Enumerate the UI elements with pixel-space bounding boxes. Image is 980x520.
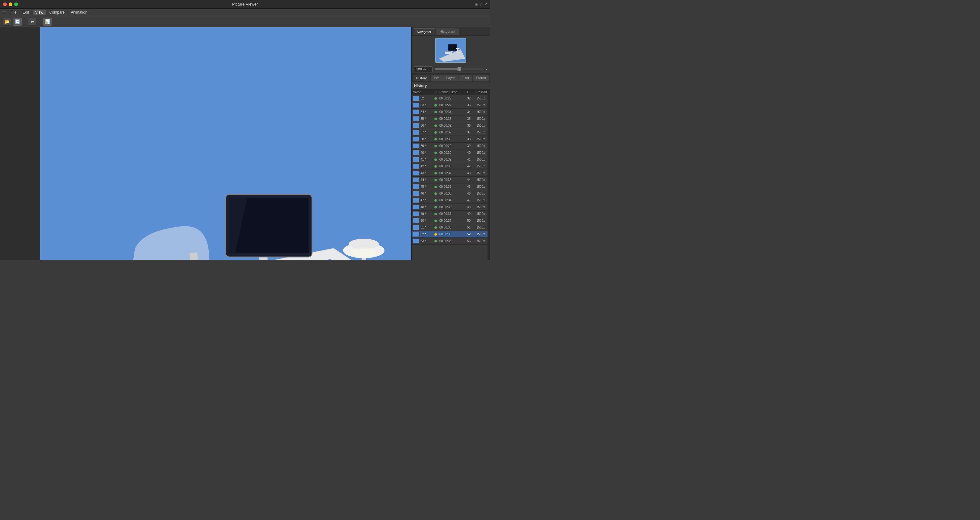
navigator-tab[interactable]: Navigator — [413, 29, 435, 35]
menu-edit[interactable]: Edit — [20, 10, 32, 15]
status-dot — [434, 186, 437, 188]
history-row[interactable]: 45 *00:00:33451500x — [412, 183, 488, 190]
thumbnail-image — [413, 103, 420, 108]
row-status — [434, 152, 439, 154]
row-thumbnail: 38 * — [413, 137, 434, 142]
info-button[interactable]: 📊 — [43, 17, 52, 25]
svg-rect-54 — [449, 45, 457, 50]
history-row[interactable]: 3200:00:29321500x — [412, 95, 488, 102]
open-button[interactable]: 📂 — [2, 17, 11, 25]
history-row[interactable]: 43 *00:00:37431500x — [412, 170, 488, 177]
render-time: 00:00:33 — [439, 205, 467, 209]
stereo-tab[interactable]: Stereo — [473, 75, 489, 81]
thumbnail-image — [413, 232, 420, 237]
window-controls[interactable] — [3, 2, 18, 6]
app-menu-icon[interactable]: ☰ — [2, 10, 7, 15]
resolution: 1500x — [476, 212, 486, 216]
info-tab[interactable]: Info — [431, 75, 442, 81]
status-dot — [434, 131, 437, 134]
render-time: 00:00:37 — [439, 172, 467, 175]
menu-view[interactable]: View — [33, 10, 46, 15]
row-status — [434, 219, 439, 222]
history-row[interactable]: 41 *00:00:32411500x — [412, 156, 488, 163]
thumbnail-image — [413, 239, 420, 243]
frame-number: 33 — [467, 103, 476, 107]
scrollbar[interactable] — [488, 89, 490, 260]
menu-animation[interactable]: Animation — [68, 10, 89, 15]
row-id: 42 * — [420, 165, 426, 168]
status-dot — [434, 118, 437, 120]
history-tab[interactable]: History — [413, 75, 430, 81]
row-id: 50 * — [420, 219, 426, 222]
menu-compare[interactable]: Compare — [47, 10, 67, 15]
history-row[interactable]: 42 *00:00:35421500x — [412, 163, 488, 170]
history-table-header: Name R Render Time F Resolut — [412, 89, 488, 95]
share-icon[interactable]: ↗ — [484, 2, 488, 6]
row-status — [434, 233, 439, 235]
history-row[interactable]: 53 *00:00:35531500x — [412, 238, 488, 245]
col-name: Name — [413, 91, 434, 94]
history-row[interactable]: 51 *00:00:35511500x — [412, 224, 488, 231]
history-row[interactable]: 50 *00:00:37501500x — [412, 217, 488, 224]
row-id: 45 * — [420, 185, 426, 188]
status-dot — [434, 219, 437, 222]
render-time: 00:00:32 — [439, 124, 467, 127]
resize-icon[interactable]: ⤢ — [479, 2, 483, 6]
resolution: 1500x — [476, 172, 486, 175]
row-id: 44 * — [420, 178, 426, 181]
history-row[interactable]: 33 *00:00:27331500x — [412, 102, 488, 109]
reload-button[interactable]: 🔄 — [13, 17, 22, 25]
status-dot — [434, 145, 437, 147]
row-id: 49 * — [420, 212, 426, 216]
panel-toggle-icon[interactable]: ▣ — [474, 2, 478, 6]
history-row[interactable]: 52 *00:00:36521500x — [412, 231, 488, 238]
frame-number: 47 — [467, 199, 476, 202]
histogram-tab[interactable]: Histogram — [436, 29, 459, 35]
close-button[interactable] — [3, 2, 7, 6]
frame-number: 48 — [467, 205, 476, 209]
row-id: 40 * — [420, 151, 426, 154]
history-row[interactable]: 49 *00:00:37491500x — [412, 211, 488, 217]
zoom-slider[interactable] — [435, 68, 484, 70]
layer-tab[interactable]: Layer — [443, 75, 458, 81]
row-id: 47 * — [420, 199, 426, 202]
maximize-button[interactable] — [14, 2, 18, 6]
history-row[interactable]: 47 *00:00:34471500x — [412, 197, 488, 204]
zoom-value[interactable]: 100 % — [414, 67, 433, 72]
thumbnail-image — [413, 143, 420, 148]
row-thumbnail: 32 — [413, 96, 434, 101]
right-panel: Navigator Histogram 100 % — [411, 27, 490, 260]
resolution: 1500x — [476, 110, 486, 114]
row-thumbnail: 37 * — [413, 130, 434, 135]
thumbnail-image — [413, 150, 420, 155]
frame-number: 42 — [467, 165, 476, 168]
history-row[interactable]: 46 *00:00:33461500x — [412, 190, 488, 197]
history-row[interactable]: 39 *00:00:29391500x — [412, 143, 488, 149]
frame-number: 44 — [467, 178, 476, 181]
row-status — [434, 145, 439, 147]
history-row[interactable]: 35 *00:00:35351500x — [412, 116, 488, 122]
history-row[interactable]: 37 *00:00:32371500x — [412, 129, 488, 136]
menu-file[interactable]: File — [8, 10, 19, 15]
render-canvas[interactable] — [40, 27, 411, 260]
row-thumbnail: 36 * — [413, 123, 434, 128]
viewport[interactable] — [40, 27, 411, 260]
history-row[interactable]: 38 *00:00:30381500x — [412, 136, 488, 143]
render-time: 00:00:27 — [439, 103, 467, 107]
history-row[interactable]: 44 *00:00:35441500x — [412, 177, 488, 183]
history-title: History — [412, 82, 490, 89]
history-rows: 3200:00:29321500x33 *00:00:27331500x34 *… — [412, 95, 488, 245]
filter-tab[interactable]: Filter — [458, 75, 472, 81]
render-time: 00:00:29 — [439, 144, 467, 148]
history-row[interactable]: 34 *00:00:31341500x — [412, 109, 488, 116]
history-row[interactable]: 40 *00:00:30401500x — [412, 149, 488, 156]
minimize-button[interactable] — [9, 2, 12, 6]
history-row[interactable]: 48 *00:00:33481500x — [412, 204, 488, 211]
row-thumbnail: 39 * — [413, 143, 434, 148]
back-button[interactable]: ⬅ — [28, 17, 37, 25]
frame-number: 35 — [467, 117, 476, 121]
thumbnail-image — [413, 96, 420, 101]
history-row[interactable]: 36 *00:00:32361500x — [412, 122, 488, 129]
zoom-dropdown-arrow[interactable]: ▾ — [486, 68, 488, 71]
navigator-thumb-image[interactable] — [435, 38, 466, 63]
